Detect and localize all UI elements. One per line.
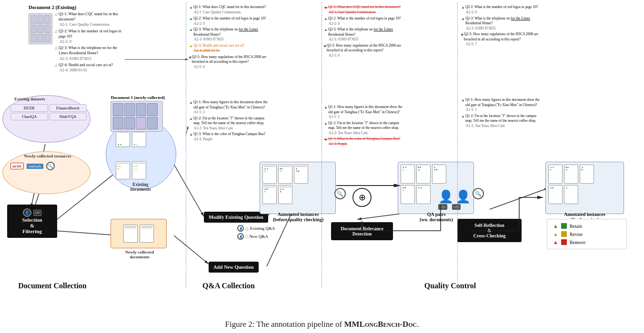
existing-docs-label: Existingdocuments — [110, 182, 171, 192]
c2-a5-text: A2-5: 6 — [324, 53, 402, 59]
c3-q12: ▲ Q1-2: I'm at the location "J" shown in… — [461, 114, 540, 129]
c3-q3-text: Q2-3: What is the telephone no for the L… — [465, 16, 540, 26]
col1-qa-doc1: ▲ Q1-1: How many figures in this documen… — [189, 100, 270, 143]
bench-name: MMLongBench-Doc — [344, 320, 417, 329]
code-icon-2: </> — [452, 204, 461, 210]
c3-q2-text: Q2-2: What is the number of red logos in… — [465, 5, 538, 10]
final-label-line1: Annotated instances — [564, 212, 605, 217]
legend-tri-red: ▲ — [553, 239, 558, 245]
annotated-docs-grid: ▲▲▲ ■▲▲ ▲▲■ ▲■▲ ▲▲▲ — [262, 165, 333, 204]
selection-line1: Selection — [22, 217, 42, 223]
col2-qa-doc1: ▲ Q1-1: How many figures in this documen… — [324, 105, 402, 148]
dataset-financebench: FinanceBench — [49, 104, 87, 112]
magnifier-icon-1: 🔍 — [334, 188, 346, 199]
qp-doc-1: ▲▲▲ — [401, 165, 415, 184]
c2-q1-text: Q2-1: What does CQC stand for in this do… — [328, 5, 401, 10]
selection-line3: Filtering — [22, 228, 42, 234]
c2-a11-text: A1-1: 2 — [324, 115, 402, 120]
qp-doc-5: ▲▲ — [416, 185, 431, 204]
add-btn[interactable]: Add New Question — [209, 262, 259, 273]
c2-q5-icon: ■ — [324, 43, 326, 49]
c1-q1: ▲ Q2-1: What does CQC stand for in this … — [189, 5, 270, 15]
annotated-label-line2: (before quality checking) — [273, 217, 323, 222]
c1-q12: ▲ Q1-2: I'm at the location "J" shown in… — [189, 116, 270, 131]
ann-doc-2: ■▲▲ — [278, 165, 292, 184]
c2-q2-icon: ▲ — [324, 16, 328, 21]
newly-collected-items: arxiv manuals 🔍 — [10, 162, 55, 170]
c1-q11-icon: ▲ — [189, 100, 193, 105]
qa-labels: 👤 △ Existing Q&A 👤 □ New Q&A — [237, 225, 275, 240]
figure-caption: Figure 2: The annotation pipeline of MML… — [0, 320, 644, 329]
final-doc-5: ▲ — [564, 185, 578, 204]
final-docs-grid: ▲▲■ ■▲▲ ▲■ ▲■ ▲ — [548, 165, 621, 204]
selection-icon-line: 👤 </> — [23, 208, 41, 217]
q2-text: Q2-2: What is the number of red logos in… — [59, 29, 124, 39]
new-qa-label-row: 👤 □ New Q&A — [237, 233, 275, 240]
c2-q1: ▲ Q2-1: What does CQC stand for in this … — [324, 5, 402, 15]
c3-a5-text: A2-5: 7 — [461, 42, 540, 47]
c3-q12-text: Q1-2: I'm at the location "J" shown in t… — [465, 114, 540, 124]
annotated-instances-label: Annotated instances (before quality chec… — [253, 212, 343, 222]
ann-doc-3: ▲▲■ — [294, 165, 308, 184]
c3-q11-text: Q1-1: How many figures in this document … — [465, 98, 540, 108]
new-qa-label: New Q&A — [249, 234, 268, 239]
dataset-dude: DUDE — [10, 104, 48, 112]
c2-q11-text: Q1-1: How many figures in this document … — [328, 105, 402, 115]
annotated-instances-box: ▲▲▲ ■▲▲ ▲▲■ ▲■▲ ▲▲▲ — [260, 162, 336, 214]
newdoc-mini-1 — [123, 225, 138, 243]
legend-revise-label: Revise — [570, 232, 583, 237]
human-icon-1: 👤 — [438, 189, 453, 204]
triangle-icon: △ — [245, 226, 249, 231]
c1-a5-text: A2-5: 6 — [189, 65, 270, 70]
c2-a13-text: A1-3: Purple — [324, 142, 402, 147]
existing-datasets-title: Existing datasets — [14, 97, 45, 101]
qa-pairs-label-line1: QA pairs — [427, 212, 446, 217]
tri-icon-2: △ — [55, 29, 58, 39]
c1-a11-text: A1-1: 2 — [189, 110, 270, 115]
newdoc-mini-2 — [140, 225, 154, 243]
selection-person-icon: 👤 — [23, 208, 31, 217]
divider-3 — [457, 2, 458, 288]
q4-text: Q2-4: Health and social care act at? — [59, 62, 113, 68]
square-icon: □ — [245, 234, 248, 239]
legend-tri-yellow: ▲ — [553, 231, 558, 237]
a3-text: A2-3: 01983 873655 — [55, 56, 124, 61]
c1-q11: ▲ Q1-1: How many figures in this documen… — [189, 100, 270, 115]
c1-q12-icon: ▲ — [189, 116, 193, 121]
svg-line-7 — [174, 235, 209, 264]
sr-label-amp: & — [487, 228, 491, 233]
doc1-title: Document 1 (newly-collected) — [111, 95, 165, 100]
sr-label-line1: Self-Reflection — [474, 223, 504, 228]
c3-q5-text: Q2-5: How many regulations of the HSCA 2… — [464, 32, 540, 42]
c2-a1-text: A2-1: Care Quality Commission. — [324, 10, 402, 15]
c1-a1-text: A2-1: Care Quality Commission. — [189, 10, 270, 15]
c1-q13: ▲ Q1-3: What is the color of Tsinghua Ca… — [189, 132, 270, 142]
code-icon-1: </> — [438, 204, 447, 210]
qp-doc-3: ▲▲■ — [432, 165, 446, 184]
c3-q5: ■ Q2-5: How many regulations of the HSCA… — [461, 32, 540, 47]
c3-a3-text: A2-3: 01983 873655 — [461, 26, 540, 31]
c1-a4-text: A2-4: 2008-01-01 — [189, 49, 270, 54]
c2-q2-text: Q2-2: What is the number of red logos in… — [328, 16, 401, 21]
drd-box: Document Relevance Detection — [331, 222, 393, 240]
c3-a11-text: A1-1: 1 — [461, 108, 540, 113]
drd-label-line2: Detection — [352, 231, 372, 236]
main-container: Document 2 (Existing) △ Q2-1: What does — [0, 0, 644, 333]
doc1-section: Document 1 (newly-collected) — [111, 95, 165, 132]
c3-a12-text: A1-2: Ten Years After Cafe — [461, 124, 540, 129]
existing-qa-label-row: 👤 △ Existing Q&A — [237, 225, 275, 232]
c2-q5-text: Q2-5: How many regulations of the HSCA 2… — [327, 43, 402, 53]
c1-q2-icon: ▲ — [189, 16, 193, 21]
human-icons-sr: 👤 👤 — [438, 189, 471, 204]
person-icon-1: 👤 — [237, 225, 244, 232]
newly-collected-title: Newly-collected resources — [12, 154, 83, 158]
c1-q5: ■ Q2-5: How many regulations of the HSCA… — [189, 55, 270, 70]
selection-filtering-box: 👤 </> Selection & Filtering — [7, 205, 57, 238]
qa-entry-1: △ Q2-1: What does CQC stand for in this … — [55, 11, 124, 28]
section-qa-title: Q&A Collection — [181, 282, 276, 290]
c3-q2-icon: ▲ — [461, 5, 465, 10]
c2-q3-text: Q2-3: What is the telephone no for the L… — [328, 27, 402, 37]
newly-collected-docs-label: Newly-collecteddocuments — [109, 250, 171, 259]
c2-q11-icon: ▲ — [324, 105, 328, 110]
c1-q13-text: Q1-3: What is the color of Tsinghua Camp… — [193, 132, 265, 137]
